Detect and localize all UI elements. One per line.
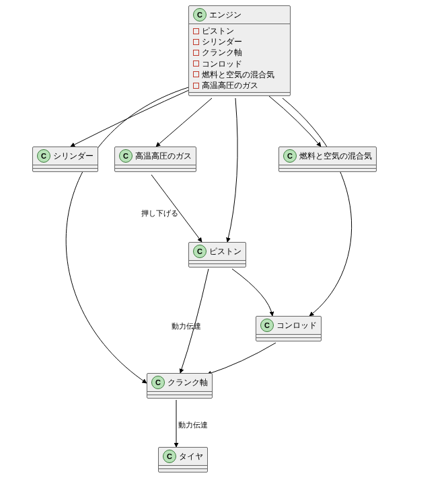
node-header: C エンジン (189, 6, 290, 24)
class-badge-icon: C (193, 245, 207, 258)
class-node-mixture: C 燃料と空気の混合気 (278, 147, 377, 172)
node-header: C ピストン (189, 243, 246, 260)
node-title: 高温高圧のガス (135, 151, 192, 162)
node-methods (256, 337, 321, 341)
node-header: C タイヤ (159, 448, 207, 465)
attr-row: クランク軸 (193, 47, 286, 58)
node-title: シリンダー (53, 151, 94, 162)
attr-row: 燃料と空気の混合気 (193, 69, 286, 80)
square-icon (193, 39, 199, 45)
node-title: タイヤ (179, 451, 203, 462)
node-header: C シリンダー (33, 147, 98, 165)
class-node-crank: C クランク軸 (147, 373, 213, 399)
node-methods (115, 168, 196, 171)
attr-row: 高温高圧のガス (193, 80, 286, 91)
node-methods (147, 395, 212, 398)
square-icon (193, 83, 199, 89)
square-icon (193, 71, 199, 77)
node-header: C 燃料と空気の混合気 (279, 147, 376, 165)
class-node-tire: C タイヤ (158, 447, 208, 472)
node-methods (279, 168, 376, 171)
class-badge-icon: C (193, 8, 207, 22)
attr-label: コンロッド (202, 58, 242, 69)
node-header: C クランク軸 (147, 374, 212, 391)
node-methods (159, 468, 207, 472)
node-attributes: ピストン シリンダー クランク軸 コンロッド 燃料と空気の混合気 高温高圧のガス (189, 24, 290, 92)
attr-row: ピストン (193, 26, 286, 36)
node-title: クランク軸 (167, 377, 208, 388)
attr-label: 高温高圧のガス (202, 80, 258, 91)
node-title: コンロッド (276, 320, 317, 331)
node-methods (189, 263, 246, 267)
node-title: ピストン (209, 246, 241, 257)
edge-label-power-transmit-1: 動力伝達 (172, 321, 201, 331)
class-badge-icon: C (151, 376, 165, 389)
class-node-piston: C ピストン (188, 242, 246, 267)
node-methods (33, 168, 98, 171)
class-node-engine: C エンジン ピストン シリンダー クランク軸 コンロッド 燃料と空気の混合気 … (188, 5, 291, 96)
attr-label: 燃料と空気の混合気 (202, 69, 274, 80)
node-header: C 高温高圧のガス (115, 147, 196, 165)
edge-label-power-transmit-2: 動力伝達 (178, 420, 208, 430)
class-node-conrod: C コンロッド (256, 316, 322, 341)
node-header: C コンロッド (256, 317, 321, 334)
attr-row: シリンダー (193, 36, 286, 47)
attr-label: シリンダー (202, 36, 242, 47)
square-icon (193, 50, 199, 56)
square-icon (193, 60, 199, 67)
class-node-cylinder: C シリンダー (32, 147, 98, 172)
node-methods (189, 92, 290, 95)
class-badge-icon: C (37, 149, 50, 163)
class-node-hotgas: C 高温高圧のガス (114, 147, 196, 172)
attr-label: クランク軸 (202, 47, 242, 58)
class-badge-icon: C (163, 450, 176, 463)
square-icon (193, 28, 199, 34)
class-badge-icon: C (260, 319, 274, 332)
attr-row: コンロッド (193, 58, 286, 69)
node-title: 燃料と空気の混合気 (299, 151, 372, 162)
node-title: エンジン (209, 9, 241, 21)
edge-label-push-down: 押し下げる (141, 208, 178, 218)
class-badge-icon: C (119, 149, 133, 163)
attr-label: ピストン (202, 26, 234, 36)
class-badge-icon: C (283, 149, 297, 163)
